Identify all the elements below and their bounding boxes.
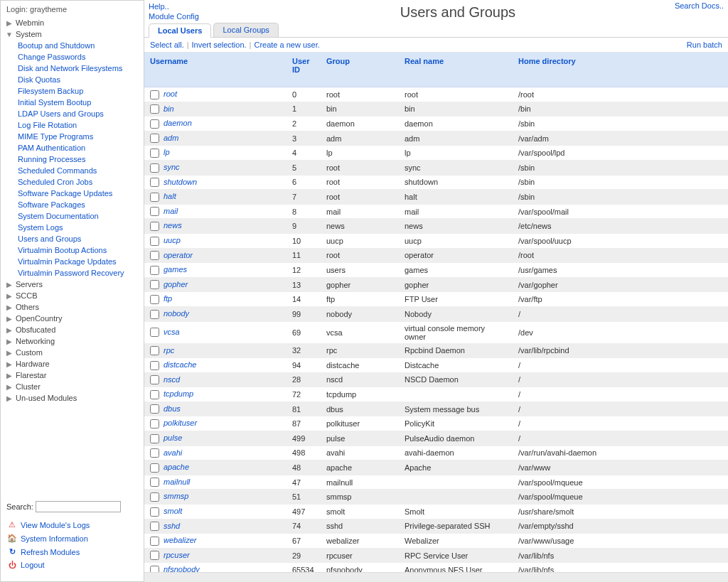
row-checkbox[interactable] — [150, 507, 159, 517]
username-link[interactable]: apache — [164, 463, 189, 471]
row-checkbox[interactable] — [150, 551, 159, 560]
username-link[interactable]: shutdown — [164, 178, 197, 186]
username-link[interactable]: root — [164, 90, 177, 98]
tree-item[interactable]: ▶Webmin — [5, 17, 139, 28]
username-link[interactable]: gopher — [164, 280, 188, 289]
row-checkbox[interactable] — [150, 404, 159, 414]
row-checkbox[interactable] — [150, 149, 159, 158]
tree-item[interactable]: ▶Un-used Modules — [5, 392, 139, 404]
row-checkbox[interactable] — [150, 566, 159, 572]
username-link[interactable]: distcache — [164, 360, 196, 369]
username-link[interactable]: mailnull — [164, 478, 190, 486]
username-link[interactable]: adm — [164, 134, 178, 142]
tree-subitem[interactable]: LDAP Users and Groups — [18, 108, 139, 119]
username-link[interactable]: halt — [164, 192, 176, 200]
row-checkbox[interactable] — [150, 266, 159, 275]
row-checkbox[interactable] — [150, 251, 159, 260]
row-checkbox[interactable] — [150, 310, 159, 319]
tree-subitem[interactable]: Log File Rotation — [18, 119, 139, 131]
tree-item[interactable]: ▶Networking — [5, 335, 139, 347]
tree-subitem[interactable]: Users and Groups — [18, 233, 139, 244]
row-checkbox[interactable] — [150, 104, 159, 114]
username-link[interactable]: games — [164, 265, 187, 274]
row-checkbox[interactable] — [150, 478, 159, 487]
username-link[interactable]: avahi — [164, 448, 182, 457]
tree-item[interactable]: ▶SCCB — [5, 290, 139, 301]
col-homedir[interactable]: Home directory — [513, 53, 728, 87]
username-link[interactable]: nscd — [164, 375, 180, 384]
tree-subitem[interactable]: Initial System Bootup — [18, 97, 139, 108]
row-checkbox[interactable] — [150, 390, 159, 399]
tree-subitem[interactable]: Scheduled Commands — [18, 165, 139, 176]
username-link[interactable]: bin — [164, 104, 174, 113]
row-checkbox[interactable] — [150, 280, 159, 289]
tree-subitem[interactable]: Disk Quotas — [18, 74, 139, 85]
tree-item[interactable]: ▶Cluster — [5, 381, 139, 392]
horizontal-scrollbar[interactable] — [144, 572, 728, 582]
help-link[interactable]: Help.. — [149, 1, 241, 11]
row-checkbox[interactable] — [150, 193, 159, 202]
tree-item[interactable]: ▶Servers — [5, 279, 139, 290]
row-checkbox[interactable] — [150, 295, 159, 304]
tree-subitem[interactable]: Disk and Network Filesystems — [18, 63, 139, 74]
tree-subitem[interactable]: Filesystem Backup — [18, 85, 139, 97]
row-checkbox[interactable] — [150, 361, 159, 370]
row-checkbox[interactable] — [150, 419, 159, 429]
row-checkbox[interactable] — [150, 522, 159, 531]
username-link[interactable]: sshd — [164, 522, 180, 530]
username-link[interactable]: operator — [164, 251, 193, 259]
footer-link[interactable]: Refresh Modules — [6, 545, 138, 559]
tree-subitem[interactable]: Scheduled Cron Jobs — [18, 176, 139, 188]
row-checkbox[interactable] — [150, 90, 159, 99]
row-checkbox[interactable] — [150, 119, 159, 129]
search-input[interactable] — [36, 501, 121, 512]
tree-subitem[interactable]: Software Packages — [18, 199, 139, 210]
row-checkbox[interactable] — [150, 134, 159, 143]
col-realname[interactable]: Real name — [399, 53, 513, 87]
col-userid[interactable]: User ID — [287, 53, 321, 87]
tree-subitem[interactable]: Bootup and Shutdown — [18, 40, 139, 51]
tree-subitem[interactable]: Change Passwords — [18, 51, 139, 63]
username-link[interactable]: polkituser — [164, 419, 197, 427]
username-link[interactable]: daemon — [164, 119, 192, 127]
username-link[interactable]: dbus — [164, 404, 181, 413]
username-link[interactable]: tcpdump — [164, 389, 193, 398]
row-checkbox[interactable] — [150, 222, 159, 231]
tree-item[interactable]: ▼System — [5, 28, 139, 40]
tree-subitem[interactable]: MIME Type Programs — [18, 131, 139, 142]
invert-selection-link[interactable]: Invert selection. — [192, 41, 247, 49]
username-link[interactable]: webalizer — [164, 536, 196, 544]
tree-subitem[interactable]: System Documentation — [18, 210, 139, 222]
username-link[interactable]: nfsnobody — [164, 565, 200, 572]
username-link[interactable]: ftp — [164, 294, 172, 303]
footer-link[interactable]: System Information — [6, 532, 138, 545]
tree-item[interactable]: ▶Others — [5, 301, 139, 313]
username-link[interactable]: mail — [164, 207, 178, 215]
footer-link[interactable]: Logout — [6, 559, 138, 571]
tree-item[interactable]: ▶Obsfucated — [5, 324, 139, 335]
tree-item[interactable]: ▶OpenCountry — [5, 313, 139, 324]
select-all-link[interactable]: Select all. — [150, 41, 184, 49]
row-checkbox[interactable] — [150, 237, 159, 246]
username-link[interactable]: nobody — [164, 309, 189, 318]
run-batch-link[interactable]: Run batch — [687, 41, 722, 49]
row-checkbox[interactable] — [150, 492, 159, 502]
row-checkbox[interactable] — [150, 537, 159, 546]
col-username[interactable]: Username — [144, 53, 287, 87]
row-checkbox[interactable] — [150, 328, 159, 337]
tree-subitem[interactable]: Software Package Updates — [18, 188, 139, 199]
username-link[interactable]: rpcuser — [164, 551, 190, 559]
row-checkbox[interactable] — [150, 346, 159, 355]
tree-item[interactable]: ▶Hardware — [5, 358, 139, 370]
col-group[interactable]: Group — [321, 53, 399, 87]
row-checkbox[interactable] — [150, 178, 159, 187]
row-checkbox[interactable] — [150, 207, 159, 216]
tree-subitem[interactable]: Virtualmin Bootup Actions — [18, 244, 139, 256]
username-link[interactable]: uucp — [164, 236, 181, 244]
username-link[interactable]: sync — [164, 163, 180, 171]
tree-subitem[interactable]: Virtualmin Password Recovery — [18, 267, 139, 279]
tab-local-users[interactable]: Local Users — [149, 23, 211, 38]
tab-local-groups[interactable]: Local Groups — [213, 23, 278, 37]
username-link[interactable]: lp — [164, 148, 170, 156]
tree-subitem[interactable]: PAM Authentication — [18, 142, 139, 153]
